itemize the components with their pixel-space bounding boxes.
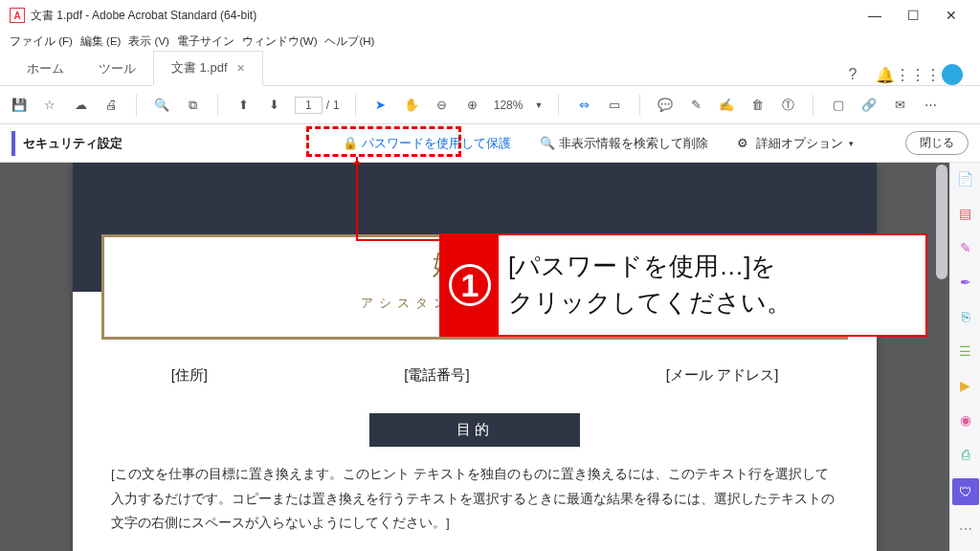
- advanced-options-button[interactable]: ⚙ 詳細オプション▾: [731, 131, 859, 156]
- tab-document-label: 文書 1.pdf: [171, 59, 228, 77]
- tool-organize-icon[interactable]: ☰: [955, 341, 976, 362]
- annotation-step-number: 1: [441, 235, 499, 335]
- remove-hidden-info-label: 非表示情報を検索して削除: [559, 135, 708, 152]
- sign-icon[interactable]: ✍: [717, 96, 736, 115]
- tab-close-icon[interactable]: ×: [237, 60, 245, 76]
- tab-document[interactable]: 文書 1.pdf ×: [153, 51, 263, 86]
- search-icon[interactable]: 🔍: [152, 96, 171, 115]
- menu-bar: ファイル (F) 編集 (E) 表示 (V) 電子サイン ウィンドウ(W) ヘル…: [0, 31, 980, 52]
- fit-width-icon[interactable]: ⇔: [574, 96, 593, 115]
- page-up-icon[interactable]: ⬆: [234, 96, 253, 115]
- annotation-text: [パスワードを使用…]をクリックしてください。: [499, 245, 925, 324]
- page-indicator: 1 / 1: [295, 97, 340, 114]
- mail-icon[interactable]: ✉: [890, 96, 909, 115]
- annotation-arrow-vertical: [356, 157, 358, 239]
- maximize-button[interactable]: ☐: [894, 2, 932, 29]
- resume-phone: [電話番号]: [404, 366, 469, 385]
- tab-bar: ホーム ツール 文書 1.pdf × ? 🔔 ⋮⋮⋮: [0, 52, 980, 86]
- tool-edit-pdf-icon[interactable]: ✎: [955, 237, 976, 258]
- avatar[interactable]: [942, 64, 963, 85]
- right-tool-strip: 📄 ▤ ✎ ✒ ⎘ ☰ ▶ ◉ ⎙ 🛡 ⋯: [949, 163, 980, 551]
- remove-hidden-info-button[interactable]: 🔍 非表示情報を検索して削除: [534, 131, 714, 156]
- main-toolbar: 💾 ☆ ☁ 🖨 🔍 ⧉ ⬆ ⬇ 1 / 1 ➤ ✋ ⊖ ⊕ 128%▼ ⇔ ▭ …: [0, 86, 980, 124]
- apps-grid-icon[interactable]: ⋮⋮⋮: [909, 66, 926, 83]
- annotation-highlight-box: [306, 126, 461, 157]
- title-bar: A 文書 1.pdf - Adobe Acrobat Standard (64-…: [0, 0, 980, 31]
- resume-address: [住所]: [171, 366, 208, 385]
- page-total: 1: [333, 99, 340, 112]
- tool-sign-icon[interactable]: ✒: [955, 272, 976, 293]
- text-icon[interactable]: Ⓣ: [778, 96, 797, 115]
- app-icon: A: [10, 8, 25, 23]
- tool-create-pdf-icon[interactable]: 📄: [955, 168, 976, 189]
- resume-goal-heading: 目的: [369, 413, 580, 447]
- zoom-in-icon[interactable]: ⊕: [463, 96, 482, 115]
- zoom-level[interactable]: 128%: [494, 99, 523, 112]
- document-viewport[interactable]: 姓 名 アシスタント マネージャー [住所] [電話番号] [メール アドレス]…: [0, 163, 949, 551]
- resume-email: [メール アドレス]: [666, 366, 779, 385]
- tab-tools[interactable]: ツール: [81, 53, 153, 85]
- pointer-icon[interactable]: ➤: [371, 96, 390, 115]
- tool-export-icon[interactable]: ⎘: [955, 306, 976, 327]
- camera-icon[interactable]: ⧉: [183, 96, 202, 115]
- annotation-arrow-horizontal: [356, 239, 440, 241]
- security-label: セキュリティ設定: [11, 131, 130, 156]
- menu-sign[interactable]: 電子サイン: [175, 33, 236, 51]
- pdf-page: 姓 名 アシスタント マネージャー [住所] [電話番号] [メール アドレス]…: [73, 163, 877, 551]
- zoom-out-icon[interactable]: ⊖: [433, 96, 452, 115]
- link-icon[interactable]: 🔗: [859, 96, 879, 115]
- print-icon[interactable]: 🖨: [101, 96, 121, 115]
- advanced-options-label: 詳細オプション: [756, 135, 843, 152]
- tool-combine-icon[interactable]: ▤: [955, 203, 976, 224]
- page-current[interactable]: 1: [295, 97, 323, 114]
- tab-home[interactable]: ホーム: [10, 53, 81, 85]
- crop-icon[interactable]: ▢: [829, 96, 848, 115]
- vertical-scrollbar-thumb[interactable]: [936, 165, 947, 279]
- highlight-icon[interactable]: ✎: [686, 96, 705, 115]
- tool-scan-icon[interactable]: ⎙: [955, 444, 976, 465]
- hand-icon[interactable]: ✋: [402, 96, 421, 115]
- stamp-icon[interactable]: 🗑: [747, 96, 767, 115]
- page-down-icon[interactable]: ⬇: [264, 96, 283, 115]
- close-window-button[interactable]: ✕: [932, 2, 970, 29]
- save-icon[interactable]: 💾: [10, 96, 29, 115]
- more-icon[interactable]: ⋯: [921, 96, 940, 115]
- tool-more-icon[interactable]: ⋯: [955, 518, 976, 540]
- tool-protect-icon[interactable]: 🛡: [952, 478, 979, 505]
- menu-view[interactable]: 表示 (V): [126, 33, 171, 51]
- minimize-button[interactable]: ―: [856, 2, 894, 29]
- resume-contact-row: [住所] [電話番号] [メール アドレス]: [73, 366, 877, 385]
- gear-icon: ⚙: [737, 136, 752, 151]
- close-panel-button[interactable]: 閉じる: [905, 131, 969, 155]
- menu-window[interactable]: ウィンドウ(W): [240, 33, 320, 51]
- bell-icon[interactable]: 🔔: [877, 66, 894, 83]
- cloud-upload-icon[interactable]: ☁: [71, 96, 90, 115]
- menu-file[interactable]: ファイル (F): [8, 33, 75, 51]
- read-mode-icon[interactable]: ▭: [605, 96, 624, 115]
- tool-comment-icon[interactable]: ◉: [955, 409, 976, 430]
- comment-icon[interactable]: 💬: [656, 96, 675, 115]
- search-doc-icon: 🔍: [540, 136, 555, 151]
- annotation-callout: 1 [パスワードを使用…]をクリックしてください。: [439, 233, 927, 337]
- star-icon[interactable]: ☆: [40, 96, 59, 115]
- menu-edit[interactable]: 編集 (E): [78, 33, 123, 51]
- window-title: 文書 1.pdf - Adobe Acrobat Standard (64-bi…: [31, 8, 256, 24]
- security-bar: セキュリティ設定 🔒 パスワードを使用して保護 🔍 非表示情報を検索して削除 ⚙…: [0, 124, 980, 163]
- resume-goal-text: [この文を仕事の目標に置き換えます。このヒント テキストを独自のものに置き換える…: [111, 462, 838, 536]
- help-icon[interactable]: ?: [844, 66, 861, 83]
- menu-help[interactable]: ヘルプ(H): [323, 33, 376, 51]
- tool-send-icon[interactable]: ▶: [955, 375, 976, 396]
